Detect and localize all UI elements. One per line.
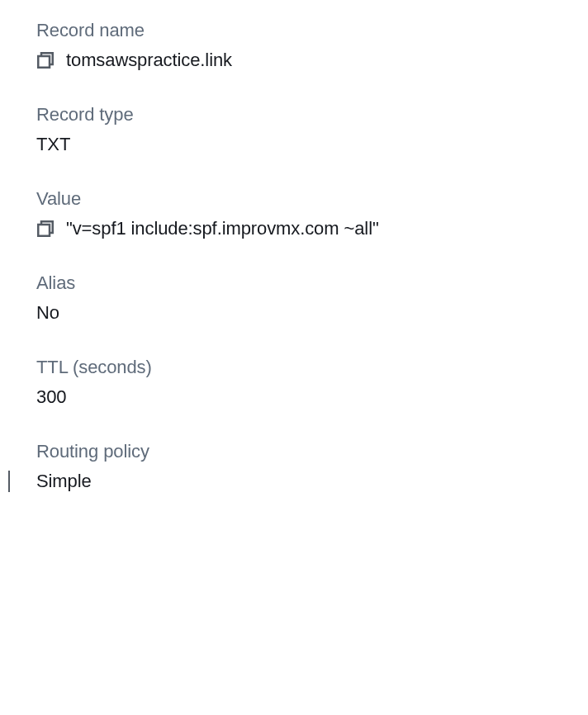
record-value-label: Value: [36, 188, 588, 210]
record-name-field: Record name tomsawspractice.link: [36, 20, 588, 71]
record-name-label: Record name: [36, 20, 588, 41]
routing-policy-field: Routing policy Simple: [36, 441, 588, 492]
routing-policy-label: Routing policy: [36, 441, 588, 462]
alias-field: Alias No: [36, 272, 588, 324]
alias-label: Alias: [36, 272, 588, 294]
record-name-value-row: tomsawspractice.link: [36, 50, 588, 71]
svg-rect-1: [38, 225, 50, 236]
ttl-value-row: 300: [36, 386, 588, 408]
copy-icon[interactable]: [36, 51, 55, 69]
ttl-value: 300: [36, 386, 66, 408]
record-name-value: tomsawspractice.link: [66, 50, 232, 71]
svg-rect-0: [38, 56, 50, 68]
text-cursor-indicator: [8, 471, 10, 492]
record-value-text: "v=spf1 include:spf.improvmx.com ~all": [66, 218, 379, 239]
ttl-field: TTL (seconds) 300: [36, 357, 588, 408]
ttl-label: TTL (seconds): [36, 357, 588, 378]
record-value-field: Value "v=spf1 include:spf.improvmx.com ~…: [36, 188, 588, 239]
record-type-field: Record type TXT: [36, 104, 588, 155]
record-type-label: Record type: [36, 104, 588, 125]
record-type-value-row: TXT: [36, 134, 588, 155]
record-type-value: TXT: [36, 134, 70, 155]
record-value-row: "v=spf1 include:spf.improvmx.com ~all": [36, 218, 588, 239]
routing-policy-value-row: Simple: [36, 471, 588, 492]
alias-value-row: No: [36, 302, 588, 324]
alias-value: No: [36, 302, 59, 324]
copy-icon[interactable]: [36, 220, 55, 238]
routing-policy-value: Simple: [36, 471, 92, 492]
